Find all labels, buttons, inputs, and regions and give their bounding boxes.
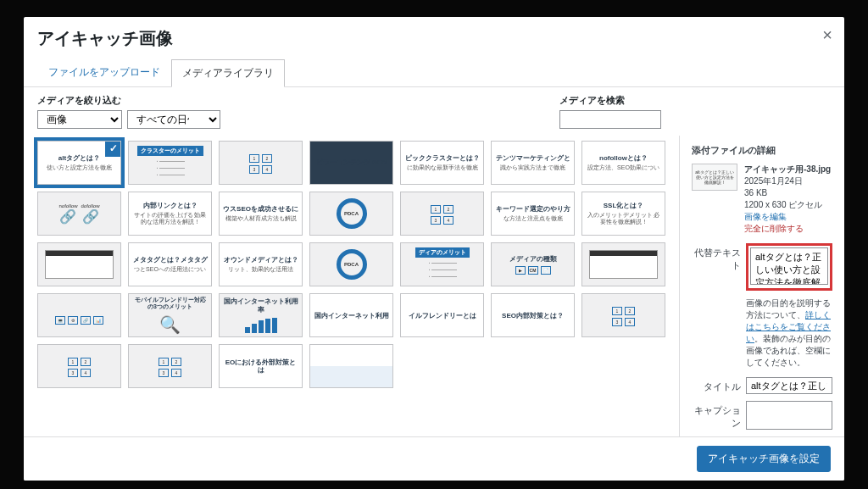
- modal-title: アイキャッチ画像: [37, 27, 831, 50]
- modal-header: アイキャッチ画像: [24, 17, 844, 50]
- grid-scroll[interactable]: altタグとは？使い方と設定方法を徹底クラスターのメリット・――――――・―――…: [24, 136, 679, 436]
- media-thumb[interactable]: SEO内部対策とは？: [491, 293, 575, 337]
- alt-textarea[interactable]: altタグとは？正しい使い方と設定方法を徹底解説！: [750, 247, 828, 285]
- media-thumb[interactable]: 1234: [581, 293, 665, 337]
- media-thumb[interactable]: 国内インターネット利用: [309, 293, 393, 337]
- details-filesize: 36 KB: [744, 187, 831, 199]
- field-title: タイトル: [692, 377, 832, 394]
- main: altタグとは？使い方と設定方法を徹底クラスターのメリット・――――――・―――…: [24, 136, 844, 436]
- media-thumb[interactable]: nofollowとは？設定方法、SEO効果につい: [581, 141, 665, 185]
- media-grid: altタグとは？使い方と設定方法を徹底クラスターのメリット・――――――・―――…: [37, 141, 665, 388]
- tab-upload[interactable]: ファイルをアップロード: [37, 58, 171, 86]
- details-filename: アイキャッチ用-38.jpg: [744, 164, 831, 175]
- filter-label: メディアを絞り込む: [37, 94, 220, 107]
- delete-link[interactable]: 完全に削除する: [744, 223, 831, 235]
- edit-image-link[interactable]: 画像を編集: [744, 211, 831, 223]
- media-thumb[interactable]: 1234: [219, 141, 303, 185]
- search-group: メディアを検索: [559, 94, 661, 129]
- media-thumb[interactable]: メタタグとは？メタタグつとSEOへの活用法につい: [128, 242, 212, 286]
- media-thumb[interactable]: [309, 344, 393, 388]
- tab-media-library[interactable]: メディアライブラリ: [171, 59, 285, 87]
- search-label: メディアを検索: [559, 94, 661, 107]
- media-thumb[interactable]: イルフレンドリーとは: [400, 293, 484, 337]
- toolbar: メディアを絞り込む 画像 すべての日付 メディアを検索: [24, 86, 844, 136]
- caption-label: キャプション: [692, 401, 741, 430]
- details-meta: アイキャッチ用-38.jpg 2025年1月24日 36 KB 1200 x 6…: [744, 164, 831, 235]
- details-heading: 添付ファイルの詳細: [692, 144, 832, 157]
- featured-image-modal: × アイキャッチ画像 ファイルをアップロード メディアライブラリ メディアを絞り…: [24, 17, 844, 481]
- filter-type-select[interactable]: 画像: [37, 110, 122, 129]
- alt-label: 代替テキスト: [692, 243, 741, 272]
- media-thumb[interactable]: [37, 242, 121, 286]
- media-thumb[interactable]: テンツマーケティングと識から実践方法まで徹底: [491, 141, 575, 185]
- media-thumb[interactable]: PDCA: [309, 242, 393, 286]
- field-alt: 代替テキスト altタグとは？正しい使い方と設定方法を徹底解説！: [692, 243, 832, 291]
- media-thumb[interactable]: ディアのメリット・――――――・――――――・――――――: [400, 242, 484, 286]
- media-thumb[interactable]: 💻⚙🔗📊: [37, 293, 121, 337]
- title-input[interactable]: [746, 377, 832, 394]
- media-thumb[interactable]: ピッククラスターとは？に効果的な最新手法を徹底: [400, 141, 484, 185]
- media-thumb[interactable]: nofollow🔗dofollow🔗: [37, 192, 121, 236]
- set-featured-image-button[interactable]: アイキャッチ画像を設定: [697, 446, 831, 472]
- media-thumb[interactable]: 国内インターネット利用率: [219, 293, 303, 337]
- close-button[interactable]: ×: [822, 25, 832, 45]
- media-thumb[interactable]: [581, 242, 665, 286]
- caption-textarea[interactable]: [746, 401, 832, 430]
- details-dimensions: 1200 x 630 ピクセル: [744, 199, 831, 211]
- media-thumb[interactable]: SSL化とは？入のメリットデメリット 必要性を徹底解説！: [581, 192, 665, 236]
- media-thumb[interactable]: 1234: [37, 344, 121, 388]
- filter-group: メディアを絞り込む 画像 すべての日付: [37, 94, 220, 129]
- details-thumbnail: altタグとは？正しい使い方と設定方法を徹底解説！: [692, 164, 737, 191]
- filter-date-select[interactable]: すべての日付: [127, 110, 220, 129]
- media-thumb[interactable]: キーワード選定のやり方な方法と注意点を徹底: [491, 192, 575, 236]
- attachment-details: 添付ファイルの詳細 altタグとは？正しい使い方と設定方法を徹底解説！ アイキャ…: [679, 136, 844, 436]
- details-preview: altタグとは？正しい使い方と設定方法を徹底解説！ アイキャッチ用-38.jpg…: [692, 164, 832, 235]
- media-thumb[interactable]: ウスSEOを成功させるに構築や人材育成方法も解説: [219, 192, 303, 236]
- media-thumb[interactable]: EOにおける外部対策とは: [219, 344, 303, 388]
- media-thumb[interactable]: 1234: [128, 344, 212, 388]
- media-thumb[interactable]: クラスターのメリット・――――――・――――――・――――――: [128, 141, 212, 185]
- title-label: タイトル: [692, 377, 741, 393]
- media-thumb[interactable]: オウンドメディアとは？リット、効果的な活用法: [219, 242, 303, 286]
- details-date: 2025年1月24日: [744, 175, 831, 187]
- media-thumb[interactable]: メディアの種類▶CM📄: [491, 242, 575, 286]
- modal-footer: アイキャッチ画像を設定: [24, 436, 844, 481]
- search-input[interactable]: [559, 110, 661, 129]
- alt-help: 画像の目的を説明する方法について、詳しくはこちらをご覧ください。装飾のみが目的の…: [746, 297, 832, 369]
- media-thumb[interactable]: 内部リンクとは？サイトの評価を上げる 効果的な活用方法を解説！: [128, 192, 212, 236]
- media-thumb[interactable]: PDCA: [309, 192, 393, 236]
- media-thumb[interactable]: ピラーコンテンツ SEO: [309, 141, 393, 185]
- tabs: ファイルをアップロード メディアライブラリ: [24, 50, 844, 86]
- media-thumb[interactable]: モバイルフレンドリー対応の3つのメリット🔍: [128, 293, 212, 337]
- media-thumb[interactable]: 1234: [400, 192, 484, 236]
- media-thumb[interactable]: altタグとは？使い方と設定方法を徹底: [37, 141, 121, 185]
- field-caption: キャプション: [692, 401, 832, 431]
